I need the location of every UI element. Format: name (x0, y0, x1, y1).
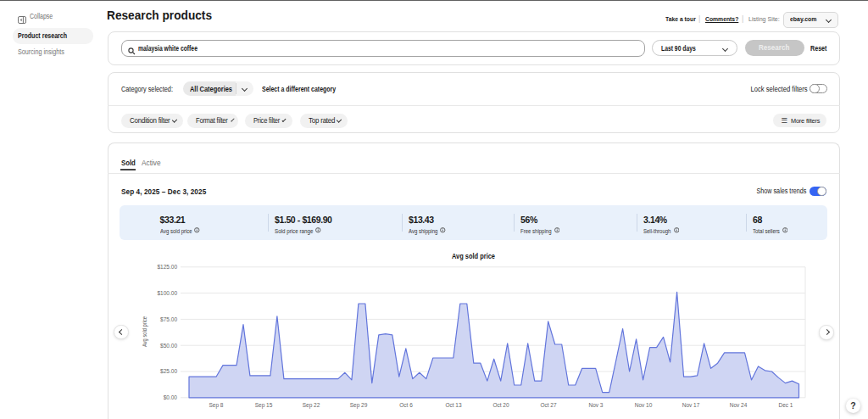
svg-text:Avg sold price: Avg sold price (142, 316, 148, 347)
svg-text:Sep 29: Sep 29 (350, 402, 368, 409)
svg-text:Oct 13: Oct 13 (445, 402, 462, 408)
svg-text:$50.00: $50.00 (160, 343, 177, 349)
svg-text:Sep 15: Sep 15 (255, 402, 273, 409)
svg-text:$100.00: $100.00 (158, 290, 178, 296)
svg-text:Oct 27: Oct 27 (540, 402, 557, 408)
svg-text:$75.00: $75.00 (160, 316, 177, 322)
svg-text:$125.00: $125.00 (158, 264, 178, 270)
svg-text:Oct 6: Oct 6 (399, 402, 413, 408)
svg-text:Sep 8: Sep 8 (209, 402, 224, 409)
svg-text:$25.00: $25.00 (160, 368, 177, 374)
svg-text:Nov 17: Nov 17 (682, 402, 700, 408)
svg-text:Oct 20: Oct 20 (492, 402, 509, 408)
svg-text:Nov 24: Nov 24 (730, 402, 748, 408)
svg-text:Nov 3: Nov 3 (589, 402, 604, 408)
svg-text:Nov 10: Nov 10 (635, 402, 653, 408)
svg-text:$0.00: $0.00 (164, 394, 178, 400)
svg-text:Dec 1: Dec 1 (779, 402, 793, 408)
svg-text:Avg sold price: Avg sold price (452, 251, 495, 260)
svg-text:Sep 22: Sep 22 (303, 402, 320, 409)
